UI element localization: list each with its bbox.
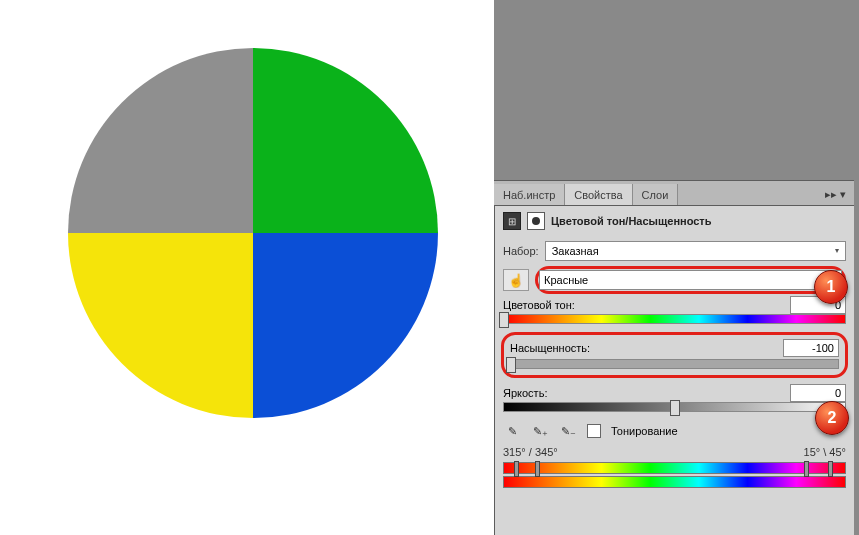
channel-select[interactable]: Красные ▾ xyxy=(539,270,842,290)
range-marker[interactable] xyxy=(514,461,519,477)
hue-slider-thumb[interactable] xyxy=(499,312,509,328)
properties-panel: ⊞ Цветовой тон/Насыщенность Набор: Заказ… xyxy=(494,206,854,535)
callout-badge-2: 2 xyxy=(815,401,849,435)
eyedropper-add-icon[interactable]: ✎₊ xyxy=(531,422,549,440)
light-value-input[interactable]: 0 xyxy=(790,384,846,402)
panel-tabs: Наб.инстр Свойства Слои ▸▸ ▾ xyxy=(494,180,854,206)
callout-badge-1: 1 xyxy=(814,270,848,304)
range-left: 315° / 345° xyxy=(503,446,558,458)
hue-range-strip-top[interactable] xyxy=(503,462,846,474)
pie-yellow-quadrant xyxy=(68,233,253,418)
eyedropper-subtract-icon[interactable]: ✎₋ xyxy=(559,422,577,440)
range-marker[interactable] xyxy=(828,461,833,477)
hue-label: Цветовой тон: xyxy=(503,299,575,311)
adjustment-icon[interactable]: ⊞ xyxy=(503,212,521,230)
channel-row: ☝ Красные ▾ xyxy=(495,266,854,294)
canvas-area xyxy=(0,0,494,535)
adjustment-title: Цветовой тон/Насыщенность xyxy=(551,215,712,227)
pie-blue-quadrant xyxy=(253,233,438,418)
pie-grey-quadrant xyxy=(68,48,253,233)
tab-presets[interactable]: Наб.инстр xyxy=(494,184,565,205)
panel-menu-icon[interactable]: ▸▸ ▾ xyxy=(817,184,854,205)
light-slider-wrap xyxy=(495,402,854,416)
light-header: Яркость: 0 xyxy=(495,382,854,402)
channel-value: Красные xyxy=(544,271,588,289)
range-values: 315° / 345° 15° \ 45° xyxy=(495,446,854,458)
panel-title-row: ⊞ Цветовой тон/Насыщенность xyxy=(495,206,854,236)
hue-range-strip-bottom[interactable] xyxy=(503,476,846,488)
callout-2-highlight: Насыщенность: -100 xyxy=(501,332,848,378)
range-marker[interactable] xyxy=(535,461,540,477)
sat-slider[interactable] xyxy=(510,359,839,369)
range-right: 15° \ 45° xyxy=(804,446,846,458)
preset-value: Заказная xyxy=(552,242,599,260)
sample-pie xyxy=(68,48,438,418)
hue-header: Цветовой тон: 0 xyxy=(495,294,854,314)
colorize-checkbox[interactable] xyxy=(587,424,601,438)
sat-header: Насыщенность: -100 xyxy=(506,339,843,357)
hue-slider-wrap xyxy=(495,314,854,328)
preset-label: Набор: xyxy=(503,245,539,257)
tab-layers[interactable]: Слои xyxy=(633,184,679,205)
light-slider-thumb[interactable] xyxy=(670,400,680,416)
preset-row: Набор: Заказная ▾ xyxy=(495,236,854,266)
hue-slider[interactable] xyxy=(503,314,846,324)
sat-label: Насыщенность: xyxy=(510,342,590,354)
colorize-label: Тонирование xyxy=(611,425,678,437)
range-marker[interactable] xyxy=(804,461,809,477)
tab-properties[interactable]: Свойства xyxy=(565,184,632,205)
pie-green-quadrant xyxy=(253,48,438,233)
chevron-down-icon: ▾ xyxy=(835,242,839,260)
callout-1-highlight: Красные ▾ xyxy=(535,266,846,294)
eyedropper-icon[interactable]: ✎ xyxy=(503,422,521,440)
layer-mask-icon[interactable] xyxy=(527,212,545,230)
hue-range-strips xyxy=(503,462,846,488)
eyedropper-row: ✎ ✎₊ ✎₋ Тонирование xyxy=(495,416,854,446)
preset-select[interactable]: Заказная ▾ xyxy=(545,241,846,261)
sat-value-input[interactable]: -100 xyxy=(783,339,839,357)
sat-slider-thumb[interactable] xyxy=(506,357,516,373)
light-label: Яркость: xyxy=(503,387,547,399)
targeted-adjust-icon[interactable]: ☝ xyxy=(503,269,529,291)
light-slider[interactable] xyxy=(503,402,846,412)
sat-slider-wrap xyxy=(506,357,843,371)
